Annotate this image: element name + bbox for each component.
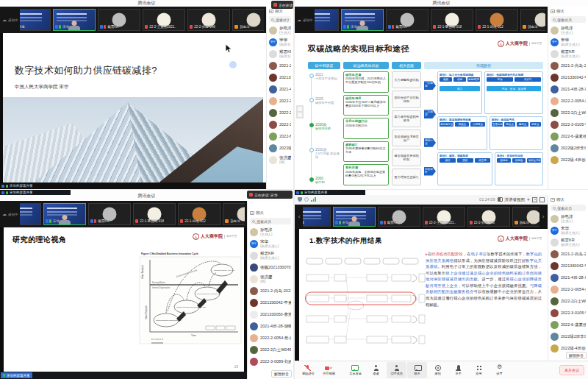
participant-thumbnail[interactable]: 宋华	[341, 9, 384, 31]
chat-panel-header[interactable]: 聊天	[548, 195, 588, 204]
participant-thumbnail[interactable]: 22-1-覆合相-018	[431, 9, 473, 31]
participant-thumbnail[interactable]: 22-1-四维-012	[178, 203, 220, 225]
member-row[interactable]: 2021-4班-28-胡晓	[548, 83, 588, 95]
member-row[interactable]: 2021330042-申重	[548, 260, 588, 272]
chevron-down-icon[interactable]	[527, 199, 530, 201]
leave-meeting-button[interactable]: 离开会议	[559, 365, 584, 375]
member-row[interactable]: 张洪建(我)	[267, 154, 293, 166]
participant-thumbnail[interactable]: 张洪建	[20, 203, 42, 225]
strip-next-arrow[interactable]: ›	[541, 214, 545, 220]
taskbar-share-button[interactable]: 宋华的屏幕共享	[1, 372, 32, 378]
participant-thumbnail[interactable]: 孙电洋	[232, 9, 264, 31]
member-row[interactable]: 2021-4班-28-胡晓	[267, 83, 293, 95]
member-row[interactable]: 2022-2-0054-蔡小	[548, 95, 588, 107]
toolbar-button[interactable]: ˆ 开启视频	[319, 362, 339, 378]
participant-thumbnail[interactable]: 孙电洋	[223, 203, 245, 225]
member-row[interactable]: 2021330042-申重	[248, 297, 293, 308]
toolbar-button[interactable]: 应用	[469, 362, 489, 378]
layout-icon[interactable]	[498, 197, 503, 202]
member-row[interactable]: 宋华 宋华(联席主持人)	[248, 238, 293, 249]
member-row[interactable]: 戴雲KR(联席主持人)	[267, 48, 293, 60]
member-row[interactable]: 2022级-4班徐安12	[548, 154, 588, 166]
member-row[interactable]: 2021-2-尚岛-2021级	[548, 60, 588, 71]
member-row[interactable]: 2022-2-0054-蔡小	[267, 95, 293, 107]
window-titlebar[interactable]: 腾讯会议	[0, 0, 293, 7]
member-row[interactable]: 宋华 宋华(联席主持人)	[548, 36, 588, 48]
member-row[interactable]: 2022-2白士W049	[267, 107, 293, 118]
participant-thumbnail[interactable]: 孙电洋	[520, 9, 545, 31]
member-row[interactable]: 孙电洋(主持人)	[548, 213, 588, 224]
member-row[interactable]: 2021330042-申重	[548, 71, 588, 83]
participant-thumbnail[interactable]: 孙电洋	[512, 207, 540, 227]
member-row[interactable]: 2021-2-尚岛-2021级	[267, 60, 293, 71]
member-row[interactable]: 2021-2-尚岛-2021	[548, 248, 588, 260]
screen-share-bar[interactable]: 宋华的屏幕共享	[295, 190, 365, 195]
member-row[interactable]: 2022-3-0105-宁方	[548, 118, 588, 130]
chat-panel-header[interactable]: 聊天	[248, 208, 293, 217]
search-input[interactable]	[557, 18, 584, 22]
toolbar-button[interactable]: ˆ 解除静音	[298, 362, 318, 378]
participant-thumbnail[interactable]: 张洪建	[303, 207, 331, 227]
toolbar-button[interactable]: ˆ 共享屏幕	[345, 362, 365, 378]
member-row[interactable]: 2022-6-康素强	[548, 319, 588, 330]
member-row[interactable]: 2021330050-曹慧	[248, 308, 293, 320]
toolbar-button[interactable]: 举手	[448, 362, 468, 378]
member-row[interactable]: 2022-6-康素强	[548, 130, 588, 142]
toolbar-button[interactable]: 聊天	[407, 362, 427, 378]
participant-thumbnail[interactable]: 22-2-王重云2021..	[423, 207, 465, 227]
view-mode-label[interactable]: 演讲者视图	[505, 197, 526, 202]
member-search[interactable]	[551, 16, 586, 23]
member-row[interactable]: 孙电洋(主持人)	[548, 24, 588, 36]
search-input[interactable]	[257, 219, 289, 224]
member-row[interactable]: 2022-2白士W049	[548, 295, 588, 307]
member-row[interactable]: 戴雲KR(联席主持人)	[548, 48, 588, 60]
member-row[interactable]: 2021-2-尚岛-2021级	[248, 285, 293, 297]
member-search[interactable]	[269, 16, 291, 23]
participant-thumbnail[interactable]: 戴雲KR	[386, 9, 429, 31]
search-input[interactable]	[276, 18, 289, 22]
participant-thumbnail[interactable]: 22-2-郑电-048	[187, 9, 230, 31]
window-mode-icon[interactable]	[539, 197, 545, 202]
strip-prev-arrow[interactable]: ‹	[297, 214, 301, 220]
window-titlebar[interactable]: 腾讯会议	[295, 0, 588, 7]
chat-panel-header[interactable]: 聊天	[548, 7, 588, 15]
taskbar-share-strip[interactable]: 宋华的屏幕共享	[0, 183, 266, 189]
member-row[interactable]: 2022-6-康素强	[267, 130, 293, 142]
participant-thumbnail[interactable]: 张洪建	[20, 9, 51, 31]
member-row[interactable]: 2022级2班李琦	[267, 142, 293, 154]
unmute-button[interactable]: 解除静音	[271, 370, 292, 378]
member-row[interactable]: 2022级2班李琦	[548, 142, 588, 154]
member-row[interactable]: 2022-2-0054-蔡小	[248, 332, 293, 344]
member-row[interactable]: 张巍2021330070	[248, 261, 293, 273]
member-row[interactable]: 2021330042-申重	[267, 71, 293, 83]
member-row[interactable]: 宋华 宋华(联席主持人)	[267, 36, 293, 48]
member-row[interactable]: 张洪建(我)	[248, 273, 293, 285]
search-input[interactable]	[557, 206, 584, 210]
member-row[interactable]: 孙电洋(主持人)	[248, 226, 293, 238]
toolbar-button[interactable]: 管理成员	[387, 362, 406, 378]
participant-thumbnail[interactable]: 戴雲KR	[378, 207, 420, 227]
participant-thumbnail[interactable]: 22-1-覆合相-018	[133, 203, 176, 225]
member-row[interactable]: 宋华 宋华(联席主持人)	[548, 224, 588, 236]
member-row[interactable]: 戴雲KR(联席主持人)	[548, 236, 588, 248]
screen-share-bar[interactable]: 宋华的屏幕共享	[0, 190, 71, 195]
member-row[interactable]: 戴雲KR(联席主持人)	[248, 249, 293, 261]
slide-nav-overlay[interactable]	[296, 105, 304, 118]
participant-thumbnail[interactable]: 宋华	[53, 9, 96, 31]
participant-thumbnail[interactable]: 22-2-王重云2021..	[143, 9, 185, 31]
member-row[interactable]: 2022-2-0054-蔡小	[548, 283, 588, 295]
toolbar-button[interactable]: 录制	[428, 362, 448, 378]
participant-thumbnail[interactable]: 22-1-四维-012	[476, 9, 518, 31]
member-row[interactable]: 2021-4班-28-胡晓	[248, 320, 293, 332]
member-row[interactable]: 2022-2白士W049	[248, 344, 293, 355]
participant-thumbnail[interactable]: 戴雲KR	[98, 9, 140, 31]
member-row[interactable]: 2021-4班-28-胡晓	[548, 272, 588, 283]
toolbar-button[interactable]: 设置	[490, 362, 509, 378]
member-row[interactable]: 2022-3-0105-宁方	[548, 307, 588, 319]
member-row[interactable]: 2022-3-0089-刘婷	[248, 355, 293, 367]
participant-thumbnail[interactable]: 戴雲KR	[88, 203, 131, 225]
info-icon[interactable]: i	[304, 197, 309, 202]
participant-thumbnail[interactable]: 宋华	[43, 203, 86, 225]
unmute-button[interactable]: 解除静音	[566, 352, 587, 359]
member-row[interactable]: 2022级2班李琦	[548, 330, 588, 342]
